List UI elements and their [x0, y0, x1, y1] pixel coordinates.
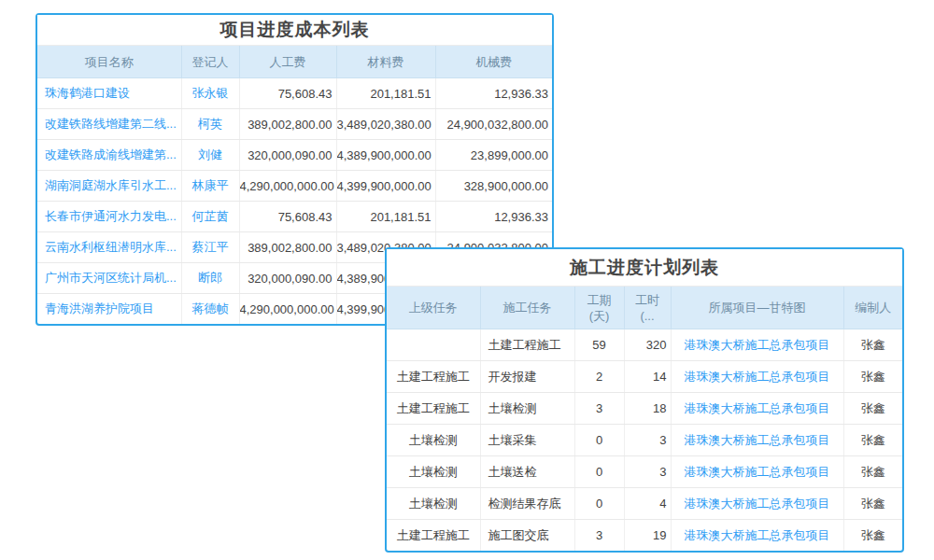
- cell-compiler: 张鑫: [843, 329, 902, 361]
- cell-labor-cost: 75,608.43: [239, 78, 336, 109]
- cell-material-cost: 201,181.51: [336, 202, 435, 232]
- cell-gantt-project: 港珠澳大桥施工总承包项目: [671, 425, 843, 456]
- table-row: 土壤检测检测结果存底04港珠澳大桥施工总承包项目张鑫: [387, 488, 902, 520]
- table-row: 土建工程施工59320港珠澳大桥施工总承包项目张鑫: [387, 329, 902, 361]
- cell-parent-task: 土建工程施工: [387, 520, 480, 552]
- header-row: 上级任务施工任务工期 (天)工时 (...所属项目—甘特图编制人: [387, 287, 902, 329]
- cell-work-hours: 18: [624, 393, 671, 425]
- table-row: 改建铁路成渝线增建第...刘健320,000,090.004,389,900,0…: [37, 140, 552, 171]
- cell-project-name: 广州市天河区统计局机...: [37, 263, 181, 294]
- cell-parent-task: [387, 329, 480, 361]
- table-row: 土壤检测土壤采集03港珠澳大桥施工总承包项目张鑫: [387, 425, 902, 456]
- registrant-link[interactable]: 蒋德帧: [192, 301, 229, 315]
- cell-work-hours: 4: [624, 488, 671, 520]
- project-name-link[interactable]: 广州市天河区统计局机...: [45, 271, 177, 285]
- column-header-registrant: 登记人: [181, 46, 239, 78]
- cell-project-name: 青海洪湖养护院项目: [37, 294, 181, 325]
- cell-gantt-project: 港珠澳大桥施工总承包项目: [671, 520, 843, 552]
- column-header-work-hours: 工时 (...: [624, 287, 671, 329]
- cell-labor-cost: 320,000,090.00: [239, 140, 336, 171]
- gantt-project-link[interactable]: 港珠澳大桥施工总承包项目: [685, 497, 830, 511]
- cell-labor-cost: 389,002,800.00: [239, 109, 336, 140]
- column-header-compiler: 编制人: [843, 287, 902, 329]
- table-row: 土建工程施工施工图交底319港珠澳大桥施工总承包项目张鑫: [387, 520, 902, 552]
- cell-registrant: 柯英: [181, 109, 239, 140]
- cell-compiler: 张鑫: [843, 425, 902, 456]
- project-cost-table-title: 项目进度成本列表: [37, 15, 552, 46]
- gantt-project-link[interactable]: 港珠澳大桥施工总承包项目: [685, 401, 830, 415]
- cell-construction-task: 土壤检测: [480, 393, 574, 425]
- project-name-link[interactable]: 长春市伊通河水力发电...: [45, 209, 177, 223]
- cell-material-cost: 4,399,900,000.00: [336, 171, 435, 202]
- cell-material-cost: 3,489,020,380.00: [336, 109, 435, 140]
- cell-machine-cost: 24,900,032,800.00: [435, 109, 552, 140]
- cell-gantt-project: 港珠澳大桥施工总承包项目: [671, 393, 843, 425]
- project-name-link[interactable]: 改建铁路线增建第二线...: [45, 117, 177, 131]
- gantt-project-link[interactable]: 港珠澳大桥施工总承包项目: [685, 433, 830, 447]
- cell-construction-task: 检测结果存底: [480, 488, 574, 520]
- cell-work-hours: 3: [624, 456, 671, 488]
- cell-labor-cost: 389,002,800.00: [239, 232, 336, 263]
- cell-project-name: 改建铁路成渝线增建第...: [37, 140, 181, 171]
- registrant-link[interactable]: 刘健: [198, 147, 222, 161]
- cell-work-hours: 14: [624, 361, 671, 393]
- cell-duration-days: 3: [574, 520, 624, 552]
- cell-work-hours: 19: [624, 520, 671, 552]
- registrant-link[interactable]: 柯英: [198, 117, 222, 131]
- cell-labor-cost: 320,000,090.00: [239, 263, 336, 294]
- project-name-link[interactable]: 云南水利枢纽潜明水库...: [45, 240, 177, 254]
- cell-work-hours: 320: [624, 329, 671, 361]
- gantt-project-link[interactable]: 港珠澳大桥施工总承包项目: [685, 465, 830, 479]
- cell-construction-task: 土壤采集: [480, 425, 574, 456]
- gantt-project-link[interactable]: 港珠澳大桥施工总承包项目: [685, 528, 830, 542]
- header-row: 项目名称登记人人工费材料费机械费: [37, 46, 552, 78]
- cell-duration-days: 0: [574, 488, 624, 520]
- project-name-link[interactable]: 改建铁路成渝线增建第...: [45, 147, 177, 161]
- cell-construction-task: 开发报建: [480, 361, 574, 393]
- cell-machine-cost: 12,936.33: [435, 202, 552, 232]
- cell-registrant: 刘健: [181, 140, 239, 171]
- column-header-project-name: 项目名称: [37, 46, 181, 78]
- table-row: 土建工程施工开发报建214港珠澳大桥施工总承包项目张鑫: [387, 361, 902, 393]
- cell-compiler: 张鑫: [843, 456, 902, 488]
- cell-parent-task: 土壤检测: [387, 456, 480, 488]
- cell-compiler: 张鑫: [843, 393, 902, 425]
- project-name-link[interactable]: 珠海鹤港口建设: [45, 86, 130, 100]
- cell-machine-cost: 12,936.33: [435, 78, 552, 109]
- table-row: 土建工程施工土壤检测318港珠澳大桥施工总承包项目张鑫: [387, 393, 902, 425]
- cell-labor-cost: 75,608.43: [239, 202, 336, 232]
- cell-gantt-project: 港珠澳大桥施工总承包项目: [671, 361, 843, 393]
- cell-parent-task: 土壤检测: [387, 488, 480, 520]
- registrant-link[interactable]: 张永银: [192, 86, 229, 100]
- cell-machine-cost: 328,900,000.00: [435, 171, 552, 202]
- cell-labor-cost: 4,290,000,000.00: [239, 294, 336, 325]
- gantt-project-link[interactable]: 港珠澳大桥施工总承包项目: [685, 338, 830, 352]
- cell-parent-task: 土建工程施工: [387, 361, 480, 393]
- column-header-duration-days: 工期 (天): [574, 287, 624, 329]
- cell-gantt-project: 港珠澳大桥施工总承包项目: [671, 456, 843, 488]
- table-row: 土壤检测土壤送检03港珠澳大桥施工总承包项目张鑫: [387, 456, 902, 488]
- registrant-link[interactable]: 蔡江平: [192, 240, 229, 254]
- cell-registrant: 林康平: [181, 171, 239, 202]
- cell-material-cost: 201,181.51: [336, 78, 435, 109]
- column-header-construction-task: 施工任务: [480, 287, 574, 329]
- table-row: 长春市伊通河水力发电...何芷茵75,608.43201,181.5112,93…: [37, 202, 552, 232]
- screen: 项目进度成本列表 项目名称登记人人工费材料费机械费 珠海鹤港口建设张永银75,6…: [0, 0, 934, 560]
- project-name-link[interactable]: 湖南洞庭湖水库引水工...: [45, 178, 177, 192]
- cell-compiler: 张鑫: [843, 520, 902, 552]
- cell-labor-cost: 4,290,000,000.00: [239, 171, 336, 202]
- cell-construction-task: 土建工程施工: [480, 329, 574, 361]
- gantt-project-link[interactable]: 港珠澳大桥施工总承包项目: [685, 370, 830, 384]
- cell-registrant: 蒋德帧: [181, 294, 239, 325]
- project-name-link[interactable]: 青海洪湖养护院项目: [45, 301, 154, 315]
- cell-machine-cost: 23,899,000.00: [435, 140, 552, 171]
- cell-compiler: 张鑫: [843, 488, 902, 520]
- cell-parent-task: 土建工程施工: [387, 393, 480, 425]
- registrant-link[interactable]: 何芷茵: [192, 209, 229, 223]
- registrant-link[interactable]: 林康平: [192, 178, 229, 192]
- cell-duration-days: 0: [574, 456, 624, 488]
- cell-material-cost: 4,389,900,000.00: [336, 140, 435, 171]
- cell-construction-task: 土壤送检: [480, 456, 574, 488]
- cell-construction-task: 施工图交底: [480, 520, 574, 552]
- registrant-link[interactable]: 断郎: [198, 271, 222, 285]
